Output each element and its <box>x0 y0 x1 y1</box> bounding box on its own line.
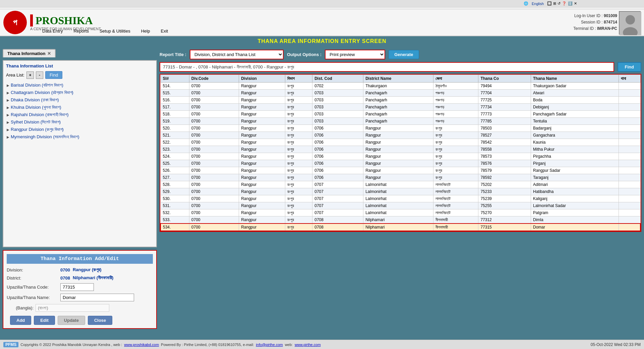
division-item-chattagram[interactable]: ▶ Chattagram Division (চট্টগ্রাম বিভাগ) <box>6 89 154 96</box>
generate-button[interactable]: Generate <box>389 50 419 59</box>
svg-point-3 <box>626 15 635 24</box>
division-item-rangpur[interactable]: ▶ Rangpur Division (রংপুর বিভাগ) <box>6 126 154 133</box>
table-row[interactable]: 524.0700Rangpurরংপুর0706Rangpurরংপুর7857… <box>161 153 640 160</box>
bangla-input[interactable] <box>36 304 109 312</box>
table-row[interactable]: 532.0700Rangpurরংপুর0707Lalmonirhatলালমন… <box>161 209 640 216</box>
table-row[interactable]: 527.0700Rangpurরংপুর0706Rangpurরংপুর7859… <box>161 174 640 181</box>
data-table-wrapper[interactable]: Sl# Div.Code Division বিভাগ Dist. Cod Di… <box>160 74 641 232</box>
tab-container: Thana Information ✕ <box>3 49 157 57</box>
table-row[interactable]: 533.0700Rangpurরংপুর0708Nilphamariনীলফাম… <box>161 216 640 224</box>
table-row[interactable]: 521.0700Rangpurরংপুর0706Rangpurরংপুর7852… <box>161 132 640 139</box>
bullet-icon: ▶ <box>7 91 9 95</box>
table-row[interactable]: 529.0700Rangpurরংপুর0707Lalmonirhatলালমন… <box>161 188 640 195</box>
table-row[interactable]: 531.0700Rangpurরংপুর0707Lalmonirhatলালমন… <box>161 202 640 209</box>
table-row[interactable]: 525.0700Rangpurরংপুর0706Rangpurরংপুর7857… <box>161 160 640 167</box>
division-label: Division: <box>7 267 60 272</box>
thana-name-input[interactable] <box>60 294 134 301</box>
web2-label: web: <box>285 343 293 347</box>
table-row[interactable]: 515.0700Rangpurরংপুর0703Panchagarhপঞ্চগড… <box>161 90 640 97</box>
division-item-barisal[interactable]: ▶ Barisal Division (বরিশাল বিভাগ) <box>6 82 154 89</box>
bangla-row: (Bangla): <box>7 304 153 312</box>
thana-name-row: Upazilla/Thana Name: <box>7 294 153 301</box>
division-item-sylhet[interactable]: ▶ Sylhet Division (সিলেট বিভাগ) <box>6 118 154 126</box>
status-bar: PFMS Copyrights © 2022 Proshika Manobik … <box>0 340 644 349</box>
col-thanacode: Thana Co <box>478 75 531 83</box>
menu-setup[interactable]: Setup & Utilities <box>98 28 132 34</box>
division-item-khulna[interactable]: ▶ Khulna Division (খুলনা বিভাগ) <box>6 104 154 111</box>
division-item-rajshahi[interactable]: ▶ Rajshahi Division (রাজশাহী বিভাগ) <box>6 111 154 118</box>
area-list-plus-btn[interactable]: + <box>26 71 34 79</box>
screen-title: THANA AREA INFORMATION ENTRY SCREEN <box>0 36 644 46</box>
table-row[interactable]: 516.0700Rangpurরংপুর0703Panchagarhপঞ্চগড… <box>161 97 640 104</box>
avatar <box>619 11 641 35</box>
thana-information-tab[interactable]: Thana Information ✕ <box>3 49 56 57</box>
thana-code-label: Upazilla/Thana Code: <box>7 285 60 290</box>
add-button[interactable]: Add <box>10 316 31 325</box>
district-label: District: <box>7 276 60 281</box>
lang-bar-icons: 🔲⊞↺❓ℹ️✕ <box>547 1 577 6</box>
language-label[interactable]: English <box>532 2 544 6</box>
table-row[interactable]: 520.0700Rangpurরংপুর0706Rangpurরংপুর7850… <box>161 125 640 132</box>
col-division: Division <box>239 75 285 83</box>
update-button[interactable]: Update <box>58 316 85 325</box>
bullet-icon: ▶ <box>7 135 9 139</box>
table-row[interactable]: 514.0700Rangpurরংপুর0702Thakurgaonঠাকুরগ… <box>161 83 640 90</box>
email-link[interactable]: info@pirthe.com <box>256 343 283 347</box>
table-row[interactable]: 517.0700Rangpurরংপুর0703Panchagarhপঞ্চগড… <box>161 104 640 111</box>
table-row[interactable]: 534.0700Rangpurরংপুর0708Nilphamariনীলফাম… <box>161 223 640 231</box>
website1-link[interactable]: www.proshikabd.com <box>124 343 159 347</box>
main-content: Thana Information ✕ Thana Information Li… <box>0 46 644 332</box>
data-table: Sl# Div.Code Division বিভাগ Dist. Cod Di… <box>160 74 641 231</box>
area-list-row: Area List: + - Find <box>6 71 154 79</box>
search-input[interactable] <box>160 62 614 72</box>
division-name: Rangpur (রংপুর) <box>73 267 102 272</box>
col-div-bangla: বিভাগ <box>285 75 312 83</box>
table-row[interactable]: 530.0700Rangpurরংপুর0707Lalmonirhatলালমন… <box>161 195 640 202</box>
edit-button[interactable]: Edit <box>34 316 55 325</box>
website2-link[interactable]: www.pirthe.com <box>295 343 321 347</box>
area-list-minus-btn[interactable]: - <box>36 71 43 79</box>
report-title-label: Report Title : <box>160 52 186 57</box>
table-row[interactable]: 526.0700Rangpurরংপুর0706Rangpurরংপুর7857… <box>161 167 640 174</box>
district-row: District: 0708 Nilphamari (নীলফামারী) <box>7 275 153 281</box>
close-button[interactable]: Close <box>88 316 112 325</box>
bullet-icon: ▶ <box>7 120 9 124</box>
table-row[interactable]: 522.0700Rangpurরংপুর0706Rangpurরংপুর7854… <box>161 139 640 146</box>
tab-close-btn[interactable]: ✕ <box>47 51 51 56</box>
search-find-btn[interactable]: Find <box>618 62 641 72</box>
table-row[interactable]: 518.0700Rangpurরংপুর0703Panchagarhপঞ্চগড… <box>161 111 640 118</box>
division-item-mymensingh[interactable]: ▶ Mymensingh Division (ময়মনসিংহ বিভাগ) <box>6 133 154 141</box>
copyright-text: Copyrights © 2022 Proshika Manobik Unnay… <box>20 343 122 347</box>
report-title-select[interactable]: Division, District and Thana List <box>190 50 284 59</box>
menu-reports[interactable]: Reports <box>71 28 91 34</box>
area-list-find-btn[interactable]: Find <box>45 71 62 79</box>
menu-data-entry[interactable]: Data Entry <box>40 28 65 34</box>
table-row[interactable]: 528.0700Rangpurরংপুর0707Lalmonirhatলালমন… <box>161 181 640 188</box>
thana-name-label: Upazilla/Thana Name: <box>7 295 60 300</box>
user-info: Log-In User ID : 901009 Session ID : 874… <box>573 13 617 32</box>
division-list: ▶ Barisal Division (বরিশাল বিভাগ) ▶ Chat… <box>6 82 154 141</box>
thana-info-list-box: Thana Information List Area List: + - Fi… <box>3 60 157 247</box>
division-code: 0700 <box>60 267 70 272</box>
thana-code-row: Upazilla/Thana Code: <box>7 283 153 291</box>
powered-text: Powered By : Pirthe Limited, (+88) 01819… <box>161 343 254 347</box>
col-distname: District Name <box>363 75 433 83</box>
report-options-row: Report Title : Division, District and Th… <box>160 49 641 60</box>
search-row: Find <box>160 62 641 72</box>
svg-text:প: প <box>13 18 17 27</box>
division-item-dhaka[interactable]: ▶ Dhaka Division (ঢাকা বিভাগ) <box>6 96 154 104</box>
tab-label: Thana Information <box>7 51 45 56</box>
section-title: Thana Information List <box>6 63 154 68</box>
col-thana-bangla: থানা <box>619 75 640 83</box>
bullet-icon: ▶ <box>7 106 9 109</box>
output-options-select[interactable]: Print preview <box>325 50 385 59</box>
left-panel: Thana Information ✕ Thana Information Li… <box>3 49 157 329</box>
district-code: 0708 <box>60 276 70 281</box>
table-row[interactable]: 523.0700Rangpurরংপুর0706Rangpurরংপুর7855… <box>161 146 640 153</box>
thana-code-input[interactable] <box>60 283 94 291</box>
language-bar: 🌐 English 🔲⊞↺❓ℹ️✕ <box>0 0 644 7</box>
division-row: Division: 0700 Rangpur (রংপুর) <box>7 267 153 272</box>
menu-help[interactable]: Help <box>139 28 152 34</box>
table-row[interactable]: 519.0700Rangpurরংপুর0703Panchagarhপঞ্চগড… <box>161 118 640 125</box>
menu-exit[interactable]: Exit <box>159 28 170 34</box>
